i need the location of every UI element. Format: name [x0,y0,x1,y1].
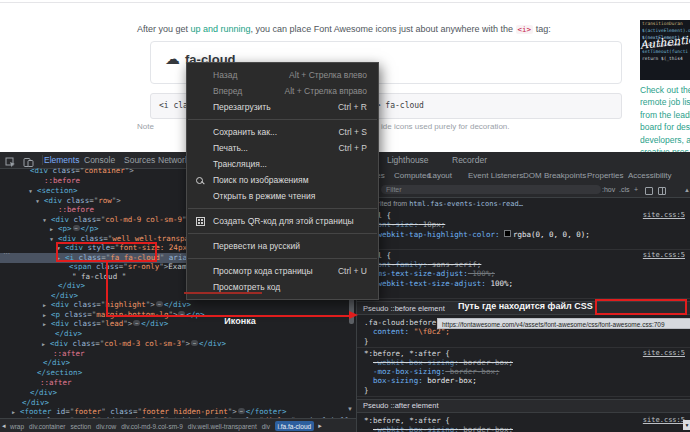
ad-caption-line[interactable]: from the leadin [640,109,690,121]
dom-tree-node[interactable]: ▶<div class="col-md-3 col-sm-3">⋯</div> [0,339,347,349]
panel-tab-properties[interactable]: Properties [587,171,623,180]
css-file-link[interactable]: site.css:5 [637,416,685,425]
tree-toggle-arrow[interactable]: ▶ [43,302,46,308]
dom-tree-node[interactable]: </div> [0,388,347,398]
css-declaration[interactable]: -webkit-tap-highlight-color: rgba(0, 0, … [364,230,685,239]
css-file-link[interactable]: site.css:5 [637,211,685,220]
dom-tree-node[interactable]: </section> [0,368,347,378]
sponsor-ad-image[interactable]: transitionDuran$(activeElement).on$(next… [640,20,690,80]
breadcrumb-scroll-right-icon[interactable]: ▸ [318,422,322,430]
context-menu-item[interactable]: НазадAlt + Стрелка влево [187,67,378,83]
styles-filter-input[interactable] [381,185,601,194]
context-menu-item[interactable]: ПерезагрузитьCtrl + R [187,99,378,115]
tab-recorder[interactable]: Recorder [452,155,487,165]
context-menu-item[interactable]: Просмотр кода страницыCtrl + U [187,263,378,279]
dom-tree-node[interactable]: </div> [0,358,347,368]
node-markup: <div class="lead">⋯</div> [51,319,168,328]
css-declaration[interactable]: -webkit-box-sizing: border-box; [364,425,685,432]
ad-caption-line[interactable]: Check out the [640,84,690,96]
styles-scrollbar-down-icon[interactable]: ▼ [683,420,690,430]
breadcrumb-item[interactable]: div.container [29,423,65,430]
breadcrumb-item[interactable]: section [70,423,91,430]
context-menu-item[interactable]: Создать QR-код для этой страницы [187,213,378,229]
tree-toggle-arrow[interactable]: ▼ [50,236,53,242]
css-declaration[interactable]: font-size: 10px; [364,220,685,229]
elements-scrollbar-down-icon[interactable]: ▼ [347,406,353,412]
toolbar-divider [42,155,43,165]
node-markup: <div class="col-md-9 col-sm-9"> [51,215,191,224]
ad-caption-line[interactable]: remote job listi [640,96,690,108]
tree-toggle-arrow[interactable]: ▼ [43,217,46,223]
breadcrumb-item[interactable]: div [262,423,270,430]
dom-tree-node[interactable]: </div> [0,329,347,339]
panel-tab-accessibility[interactable]: Accessibility [628,171,672,180]
css-selector-line: html {site.css:5 [364,251,685,260]
styles-scrollbar-up-icon[interactable]: ▲ [684,187,690,193]
tree-toggle-arrow[interactable]: ▶ [50,226,53,232]
node-markup: <div class="row"> [44,196,121,205]
tree-toggle-arrow[interactable]: ▶ [42,341,45,347]
context-menu-item[interactable]: Поиск по изображениям [187,172,378,188]
tree-toggle-arrow[interactable]: ▶ [43,312,46,318]
menu-separator [188,258,377,259]
panel-tab-dom-breakpoints[interactable]: DOM Breakpoints [523,171,586,180]
css-selector-line: *:before, *:after {site.css:5 [364,416,685,425]
ad-caption-line[interactable]: developers, an [640,134,690,146]
context-menu-item[interactable]: Трансляция... [187,156,378,172]
css-declaration[interactable]: -ms-text-size-adjust: 100%; [364,269,685,278]
tree-toggle-arrow[interactable]: ▼ [29,188,32,194]
sponsor-ad-caption[interactable]: Check out theremote job listifrom the le… [640,84,690,152]
css-rule-close: } [364,288,685,297]
panel-tab-layout[interactable]: Layout [428,171,452,180]
node-markup: <div class="col-md-3 col-sm-3">⋯</div> [50,339,226,348]
dom-tree-node[interactable]: ▶<div class="lead">⋯</div> [0,319,347,329]
breadcrumb-item[interactable]: div.well.well-transparent [188,423,257,430]
toggle-hov[interactable]: :hov [602,186,615,193]
layout-pane-icon[interactable] [658,187,666,195]
dom-tree-node[interactable]: ▶<div class="highlight">⋯</div> [0,300,347,310]
context-menu-item[interactable]: Перевести на русский [187,238,378,254]
tab-network[interactable]: Network [158,155,189,165]
toggle-cls[interactable]: .cls [619,186,630,193]
css-file-link[interactable]: site.css:5 [637,349,685,358]
ad-caption-line[interactable]: board for desig [640,121,690,133]
toggle-[interactable]: + [634,186,638,193]
tree-toggle-arrow[interactable]: ▼ [36,198,39,204]
breadcrumb-item[interactable]: wrap [10,423,24,430]
node-markup: <p>⋯</p> [58,224,99,233]
tab-lighthouse[interactable]: Lighthouse [387,155,429,165]
context-menu-item[interactable]: Печать...Ctrl + P [187,140,378,156]
dom-tree-node[interactable]: ::after [0,378,347,388]
tab-console[interactable]: Console [84,155,115,165]
tree-toggle-arrow[interactable]: ▶ [43,321,46,327]
context-menu: НазадAlt + Стрелка влевоВпередAlt + Стре… [186,62,379,300]
css-declaration[interactable]: box-sizing: border-box; [364,376,685,385]
intro-paragraph: After you get up and running, you can pl… [137,24,551,34]
context-menu-item[interactable]: ВпередAlt + Стрелка вправо [187,83,378,99]
css-declaration[interactable]: -webkit-text-size-adjust: 100%; [364,279,685,288]
tab-elements[interactable]: Elements [44,155,79,165]
menu-item-shortcut: Alt + Стрелка влево [279,70,367,80]
tree-toggle-arrow[interactable]: ▶ [12,409,15,415]
panel-tab-computed[interactable]: Computed [394,171,431,180]
up-and-running-link[interactable]: up and running [191,24,251,34]
node-markup: <div class="container"> [30,168,134,175]
css-declaration[interactable]: font-family: sans-serif; [364,260,685,269]
grid-icon[interactable] [645,187,653,195]
breadcrumb-item[interactable]: div.row [96,423,116,430]
panel-tab-event-listeners[interactable]: Event Listeners [468,171,523,180]
css-declaration[interactable]: -webkit-box-sizing: border-box; [364,358,685,367]
tab-sources[interactable]: Sources [124,155,155,165]
breadcrumb-scroll-left-icon[interactable]: ◂ [2,422,6,430]
menu-item-shortcut: Alt + Стрелка вправо [275,86,368,96]
breadcrumb-item[interactable]: div.col-md-9.col-sm-9 [121,423,183,430]
node-options-dots[interactable]: ⋯ [3,250,11,258]
context-menu-item[interactable]: Открыть в режиме чтения [187,188,378,204]
context-menu-item[interactable]: Сохранить как...Ctrl + S [187,124,378,140]
color-swatch[interactable] [504,230,511,237]
css-declaration[interactable]: -moz-box-sizing: border-box; [364,367,685,376]
breadcrumb-item[interactable]: i.fa.fa-cloud [275,421,315,431]
intro-text-mid: , you can place Font Awesome icons just … [251,24,516,34]
inherited-node-link[interactable]: html.fas-events-icons-read… [409,200,523,208]
css-file-link[interactable]: site.css:5 [637,251,685,260]
